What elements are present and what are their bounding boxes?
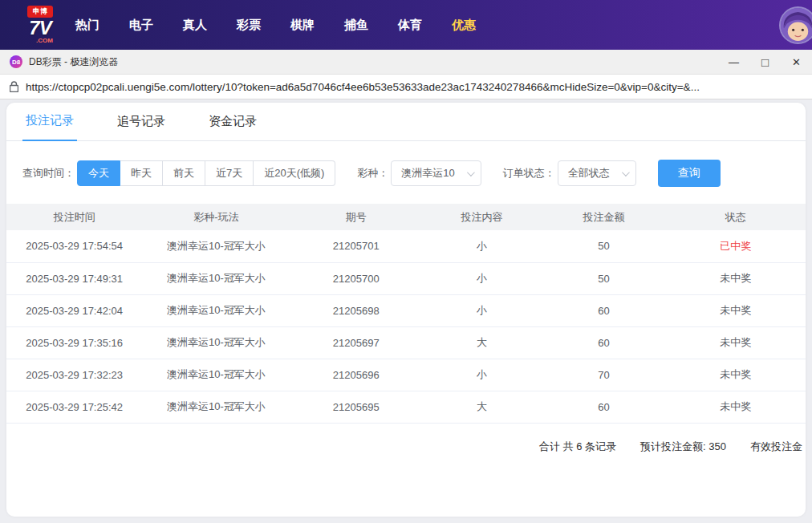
cell-game: 澳洲幸运10-冠军大小	[142, 262, 290, 294]
lottery-select[interactable]: 澳洲幸运10	[391, 160, 481, 186]
user-avatar[interactable]	[779, 6, 812, 44]
col-header-content: 投注内容	[422, 204, 542, 230]
time-option-daybefore[interactable]: 前天	[163, 160, 205, 186]
cell-content: 大	[422, 326, 542, 359]
address-bar: https://ctopcp02pcali.uengi5e.com/lotter…	[0, 75, 812, 99]
screen: 申博 7V .COM 热门 电子 真人 彩票 棋牌 捕鱼 体育 优惠	[0, 0, 812, 523]
col-header-issue: 期号	[290, 204, 422, 230]
col-header-status: 状态	[666, 204, 806, 230]
time-option-yesterday[interactable]: 昨天	[120, 160, 163, 186]
cell-game: 澳洲幸运10-冠军大小	[142, 326, 290, 359]
records-card: 投注记录 追号记录 资金记录 查询时间： 今天 昨天 前天 近7天 近20天(低…	[6, 103, 806, 517]
window-controls: — □ ✕	[718, 50, 812, 74]
tab-bet-records[interactable]: 投注记录	[22, 113, 77, 141]
summary-expected: 预计投注金额: 350	[640, 440, 726, 454]
summary-total: 合计 共 6 条记录	[539, 440, 616, 454]
minimize-button[interactable]: —	[718, 50, 749, 74]
site-header: 申博 7V .COM 热门 电子 真人 彩票 棋牌 捕鱼 体育 优惠	[0, 0, 812, 50]
window-title: DB彩票 - 极速浏览器	[29, 55, 118, 69]
cell-content: 小	[422, 359, 542, 391]
lock-icon	[10, 81, 18, 92]
status-select-value: 全部状态	[568, 166, 610, 180]
cell-status: 未中奖	[666, 294, 806, 326]
time-option-today[interactable]: 今天	[77, 160, 120, 186]
cell-game: 澳洲幸运10-冠军大小	[142, 359, 290, 391]
order-status-select[interactable]: 全部状态	[558, 160, 636, 186]
table-row: 2025-03-29 17:25:42 澳洲幸运10-冠军大小 21205695…	[6, 391, 806, 423]
browser-titlebar: D8 DB彩票 - 极速浏览器 — □ ✕	[0, 50, 812, 75]
site-nav: 热门 电子 真人 彩票 棋牌 捕鱼 体育 优惠	[75, 18, 476, 33]
logo-name: 7V	[29, 18, 51, 38]
cell-game: 澳洲幸运10-冠军大小	[142, 294, 290, 326]
summary-valid: 有效投注金	[750, 440, 802, 454]
cell-amount: 50	[542, 262, 665, 294]
cell-time: 2025-03-29 17:25:42	[6, 391, 142, 423]
chevron-down-icon	[467, 168, 475, 176]
status-filter-label: 订单状态：	[503, 166, 555, 180]
tab-chase-records[interactable]: 追号记录	[114, 114, 168, 140]
cell-time: 2025-03-29 17:42:04	[6, 294, 142, 326]
nav-item-cards[interactable]: 棋牌	[290, 18, 315, 33]
nav-item-promos[interactable]: 优惠	[452, 18, 476, 33]
nav-item-hot[interactable]: 热门	[75, 18, 99, 33]
table-row: 2025-03-29 17:42:04 澳洲幸运10-冠军大小 21205698…	[6, 294, 806, 326]
logo-badge: 申博	[27, 6, 53, 18]
nav-item-live[interactable]: 真人	[183, 18, 207, 33]
lottery-filter-label: 彩种：	[357, 166, 388, 180]
cell-amount: 60	[542, 326, 665, 359]
summary-bar: 合计 共 6 条记录 预计投注金额: 350 有效投注金	[6, 424, 806, 454]
tab-fund-records[interactable]: 资金记录	[205, 114, 260, 140]
time-filter-group: 今天 昨天 前天 近7天 近20天(低频)	[77, 160, 335, 186]
table-row: 2025-03-29 17:49:31 澳洲幸运10-冠军大小 21205700…	[6, 262, 806, 294]
close-button[interactable]: ✕	[781, 50, 812, 74]
table-row: 2025-03-29 17:54:54 澳洲幸运10-冠军大小 21205701…	[6, 230, 806, 262]
cell-issue: 21205695	[290, 391, 422, 423]
cell-time: 2025-03-29 17:35:16	[6, 326, 142, 359]
search-button[interactable]: 查询	[658, 160, 721, 187]
logo-suffix: .COM	[36, 38, 53, 44]
table-row: 2025-03-29 17:32:23 澳洲幸运10-冠军大小 21205696…	[6, 359, 806, 391]
cell-content: 小	[422, 230, 542, 262]
cell-game: 澳洲幸运10-冠军大小	[142, 230, 290, 262]
table-header-row: 投注时间 彩种-玩法 期号 投注内容 投注金额 状态	[6, 204, 806, 230]
filter-bar: 查询时间： 今天 昨天 前天 近7天 近20天(低频) 彩种： 澳洲幸运10 订…	[6, 141, 806, 204]
cell-content: 大	[422, 391, 542, 423]
nav-item-sports[interactable]: 体育	[398, 18, 422, 33]
cell-time: 2025-03-29 17:49:31	[6, 262, 142, 294]
page-background: 投注记录 追号记录 资金记录 查询时间： 今天 昨天 前天 近7天 近20天(低…	[0, 99, 812, 523]
maximize-button[interactable]: □	[749, 50, 781, 74]
avatar-image	[781, 8, 812, 43]
cell-status: 未中奖	[666, 359, 806, 391]
nav-item-slots[interactable]: 电子	[129, 18, 153, 33]
cell-status: 未中奖	[666, 262, 806, 294]
cell-issue: 21205697	[290, 326, 422, 359]
cell-issue: 21205701	[290, 230, 422, 262]
browser-tab-icon: D8	[10, 55, 22, 68]
col-header-amount: 投注金额	[542, 204, 665, 230]
time-option-7days[interactable]: 近7天	[205, 160, 254, 186]
cell-time: 2025-03-29 17:32:23	[6, 359, 142, 391]
time-option-20days[interactable]: 近20天(低频)	[254, 160, 335, 186]
lottery-select-value: 澳洲幸运10	[401, 166, 454, 180]
cell-issue: 21205696	[290, 359, 422, 391]
cell-status: 未中奖	[666, 391, 806, 423]
cell-status: 已中奖	[666, 230, 806, 262]
cell-issue: 21205698	[290, 294, 422, 326]
nav-item-fishing[interactable]: 捕鱼	[344, 18, 368, 33]
cell-amount: 60	[542, 294, 665, 326]
cell-amount: 70	[542, 359, 665, 391]
nav-item-lottery[interactable]: 彩票	[237, 18, 261, 33]
records-table: 投注时间 彩种-玩法 期号 投注内容 投注金额 状态 2025-03-29 17…	[6, 204, 806, 424]
url-input[interactable]: https://ctopcp02pcali.uengi5e.com/lotter…	[26, 81, 700, 93]
site-logo[interactable]: 申博 7V .COM	[27, 6, 53, 44]
cell-amount: 60	[542, 391, 665, 423]
cell-issue: 21205700	[290, 262, 422, 294]
cell-status: 未中奖	[666, 326, 806, 359]
cell-time: 2025-03-29 17:54:54	[6, 230, 142, 262]
record-tabs: 投注记录 追号记录 资金记录	[6, 103, 806, 141]
col-header-time: 投注时间	[6, 204, 142, 230]
col-header-game: 彩种-玩法	[142, 204, 290, 230]
table-row: 2025-03-29 17:35:16 澳洲幸运10-冠军大小 21205697…	[6, 326, 806, 359]
time-filter-label: 查询时间：	[22, 166, 75, 180]
cell-game: 澳洲幸运10-冠军大小	[142, 391, 290, 423]
